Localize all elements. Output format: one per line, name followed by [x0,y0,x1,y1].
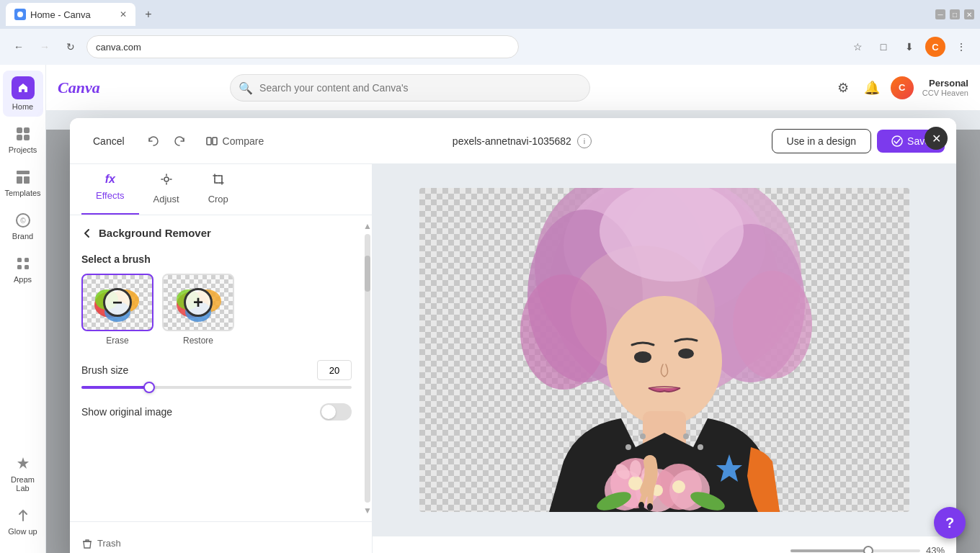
sidebar-templates-label: Templates [4,189,40,197]
brush-restore[interactable]: + Restore [162,274,234,346]
refresh-button[interactable]: ↻ [61,37,81,57]
zoom-slider-thumb[interactable] [863,546,873,554]
svg-rect-18 [215,176,222,183]
canvas-wrapper[interactable] [373,164,956,536]
canvas-svg [419,188,909,512]
sidebar-glow-label: Glow up [8,527,37,536]
user-info: Personal CCV Heaven [922,78,968,97]
svg-text:©: © [20,217,26,225]
close-window-button[interactable]: ✕ [964,9,974,19]
trash-button[interactable]: Trash [81,538,121,549]
crop-tab-icon [212,173,225,189]
svg-point-50 [698,444,703,450]
apps-icon [14,255,32,272]
svg-rect-7 [24,176,30,184]
forward-button[interactable]: → [35,37,55,57]
editor-body: fx Effects Adjust [70,164,956,553]
notifications-icon[interactable]: 🔔 [862,78,882,98]
canva-app: Home Projects Templates © Brand Apps [0,65,980,553]
slider-track [81,386,352,389]
sidebar-item-glow-up[interactable]: Glow up [3,501,43,541]
show-original-section: Show original image [81,403,352,421]
svg-rect-3 [17,135,22,140]
brush-size-section: Brush size 20 [81,360,352,389]
user-avatar[interactable]: C [891,76,914,99]
svg-point-44 [634,351,651,363]
scroll-up-arrow[interactable]: ▲ [360,218,372,234]
tab-adjust[interactable]: Adjust [139,164,194,215]
panel-scrollbar: ▲ ▼ [363,215,372,521]
undo-redo-group [142,130,191,153]
cancel-button[interactable]: Cancel [81,130,136,153]
sidebar-item-brand[interactable]: © Brand [3,206,43,246]
svg-rect-13 [24,265,29,269]
scroll-bar-container[interactable] [365,234,370,503]
erase-brush-preview: − [81,274,153,331]
search-icon: 🔍 [239,81,253,94]
profile-button[interactable]: C [925,37,945,57]
compare-button[interactable]: Compare [197,130,273,152]
bookmark-button[interactable]: ☆ [847,37,868,57]
brush-size-header: Brush size 20 [81,360,352,380]
back-button[interactable]: Background Remover [81,227,352,239]
brush-erase[interactable]: − Erase [81,274,153,346]
sidebar-brand-label: Brand [12,232,33,240]
sidebar-item-projects[interactable]: Projects [3,120,43,160]
slider-thumb[interactable] [143,382,155,393]
top-bar-right: ⚙ 🔔 C Personal CCV Heaven [833,76,968,99]
info-icon[interactable]: i [577,134,592,148]
back-button[interactable]: ← [9,37,29,57]
file-name-text: pexels-annetnavi-1035682 [453,135,571,147]
svg-point-45 [678,349,694,359]
sidebar-item-apps[interactable]: Apps [3,249,43,289]
svg-point-17 [164,177,169,181]
svg-point-43 [607,296,722,426]
settings-icon[interactable]: ⚙ [833,78,853,98]
svg-point-16 [892,136,902,146]
download-button[interactable]: ⬇ [899,37,919,57]
svg-point-59 [630,460,641,477]
sidebar-item-dream-lab[interactable]: Dream Lab [3,449,43,498]
tab-crop[interactable]: Crop [194,164,243,215]
redo-button[interactable] [168,130,191,153]
adjust-tab-label: Adjust [153,194,179,204]
minimize-button[interactable]: ─ [935,9,945,19]
effects-tab-label: Effects [96,190,125,201]
menu-button[interactable]: ⋮ [951,37,971,57]
brand-icon: © [14,212,32,229]
sidebar-item-templates[interactable]: Templates [3,163,43,203]
search-input[interactable] [230,74,590,102]
maximize-button[interactable]: □ [950,9,960,19]
tab-close-button[interactable]: ✕ [120,9,127,19]
address-bar[interactable]: canva.com [86,35,519,58]
brush-size-slider[interactable] [81,386,352,389]
canvas-image [419,188,909,512]
show-original-toggle[interactable] [320,403,352,421]
svg-point-49 [683,433,689,439]
undo-button[interactable] [142,130,165,153]
search-bar[interactable]: 🔍 [230,74,590,102]
file-name: pexels-annetnavi-1035682 i [453,134,592,148]
help-button[interactable]: ? [934,507,966,539]
svg-rect-5 [17,171,30,174]
browser-chrome: Home - Canva ✕ + ─ □ ✕ ← → ↻ canva.com ☆… [0,0,980,65]
browser-titlebar: Home - Canva ✕ + ─ □ ✕ [0,0,980,29]
tab-effects[interactable]: fx Effects [81,164,139,215]
use-in-design-button[interactable]: Use in a design [772,129,872,153]
sidebar-home-label: Home [12,102,33,111]
brush-size-value[interactable]: 20 [317,360,352,380]
editor-modal: Cancel Compare pexels-annetnavi-1035682 … [70,118,956,553]
zoom-slider[interactable] [790,549,920,552]
sidebar-dream-label: Dream Lab [6,475,40,493]
zoom-slider-fill [790,549,868,552]
sidebar-item-home[interactable]: Home [3,71,43,117]
scroll-down-arrow[interactable]: ▼ [360,503,372,518]
extensions-button[interactable]: □ [873,37,894,57]
trash-label: Trash [97,538,121,549]
canvas-area: 43% [373,164,956,553]
browser-tab[interactable]: Home - Canva ✕ [6,3,135,26]
close-modal-button[interactable]: ✕ [925,127,948,150]
svg-rect-14 [207,138,211,145]
sidebar-apps-label: Apps [14,275,32,284]
new-tab-button[interactable]: + [138,4,159,24]
